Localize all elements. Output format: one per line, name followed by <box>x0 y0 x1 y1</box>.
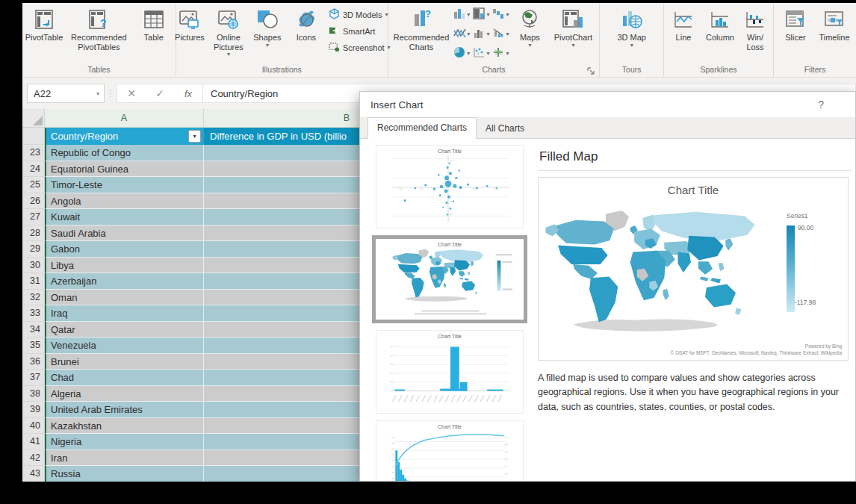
row-number[interactable]: 35 <box>22 337 45 354</box>
table-button[interactable]: Table <box>135 4 173 45</box>
thumbnail-histogram[interactable]: Chart Title <box>376 330 524 414</box>
column-chart-button[interactable]: ▾ <box>453 7 471 23</box>
row-number[interactable]: 27 <box>22 209 45 225</box>
slicer-button[interactable]: Slicer <box>777 4 814 45</box>
name-box-caret-icon[interactable]: ▾ <box>96 90 104 97</box>
cell-country[interactable]: Azerbaijan <box>45 273 204 290</box>
cell-country[interactable]: Iran <box>45 450 204 467</box>
cell-country[interactable]: Timor-Leste <box>45 177 204 193</box>
row-number[interactable]: 42 <box>22 450 45 467</box>
thumbnail-filled-map[interactable]: Chart Title <box>372 235 527 323</box>
row-number[interactable]: 32 <box>22 290 45 306</box>
row-number[interactable]: 25 <box>22 177 45 193</box>
thumbnail-pareto[interactable]: Chart Title <box>376 420 524 482</box>
sparkline-column-button[interactable]: Column <box>701 4 739 45</box>
3d-models-label: 3D Models <box>343 10 382 19</box>
row-number[interactable]: 34 <box>22 322 45 338</box>
row-number[interactable]: 30 <box>22 258 45 274</box>
filter-dropdown-icon[interactable]: ▾ <box>188 130 201 143</box>
row-number[interactable]: 40 <box>22 418 45 435</box>
row-number[interactable]: 29 <box>22 241 45 258</box>
shapes-button[interactable]: Shapes ▾ <box>249 4 286 51</box>
waterfall-chart-button[interactable]: ▾ <box>491 7 509 23</box>
smartart-button[interactable]: SmartArt <box>326 24 393 38</box>
sparkline-winloss-button[interactable]: Win/ Loss <box>740 4 770 54</box>
tab-all-charts[interactable]: All Charts <box>477 119 533 139</box>
filled-map-thumbnail-chart <box>376 239 524 320</box>
cell-country[interactable]: Qatar <box>45 322 204 338</box>
cell-country[interactable]: Republic of Congo <box>45 145 204 161</box>
3d-models-button[interactable]: 3D Models ▾ <box>326 7 393 22</box>
cell-country[interactable]: Kuwait <box>45 209 204 225</box>
smartart-icon <box>329 25 340 37</box>
help-icon[interactable]: ? <box>818 99 824 111</box>
insert-function-button[interactable]: fx <box>174 88 202 99</box>
row-number[interactable]: 43 <box>22 466 45 482</box>
thumbnail-scatter[interactable]: Chart Title <box>376 145 524 228</box>
line-chart-button[interactable]: ▾ <box>453 26 471 43</box>
3d-map-button[interactable]: 3D Map ▾ <box>613 4 651 51</box>
cell-country[interactable]: Chad <box>45 370 204 386</box>
recommended-pivottables-icon: ? <box>87 7 110 32</box>
row-number[interactable]: 23 <box>22 145 45 161</box>
cell-country[interactable]: Algeria <box>45 386 204 402</box>
cell-country[interactable]: Nigeria <box>45 434 204 450</box>
column-header-a[interactable]: A <box>45 109 204 128</box>
online-pictures-button[interactable]: Online Pictures ▾ <box>210 4 247 60</box>
pivotchart-button[interactable]: PivotChart ▾ <box>550 4 596 51</box>
3d-map-label: 3D Map <box>617 33 646 43</box>
cell-country[interactable]: United Arab Emirates <box>45 402 204 418</box>
scatter-chart-button[interactable]: ▾ <box>472 46 490 62</box>
pie-chart-button[interactable]: ▾ <box>453 46 471 62</box>
sparkline-line-button[interactable]: Line <box>667 4 700 45</box>
formula-bar-grip-icon[interactable]: ⋮ <box>105 88 117 99</box>
stock-chart-caret: ▾ <box>506 31 509 37</box>
row-number[interactable]: 36 <box>22 354 45 370</box>
cell-country[interactable]: Brunei <box>45 354 204 370</box>
row-number[interactable]: 37 <box>22 370 45 386</box>
dialog-titlebar[interactable]: Insert Chart ? <box>360 92 855 117</box>
stock-chart-button[interactable]: ▾ <box>491 26 509 43</box>
table-header-row-number[interactable] <box>22 128 45 145</box>
cell-country[interactable]: Saudi Arabia <box>45 225 204 242</box>
recommended-charts-button[interactable]: ? Recommended Charts <box>391 4 452 54</box>
row-number[interactable]: 26 <box>22 193 45 210</box>
cell-country[interactable]: Gabon <box>45 241 204 258</box>
cell-country[interactable]: Oman <box>45 290 204 306</box>
maps-button[interactable]: Maps ▾ <box>511 4 548 51</box>
insert-chart-dialog: Insert Chart ? Recommended Charts All Ch… <box>359 91 856 482</box>
combo-chart-button[interactable]: ▾ <box>491 46 509 62</box>
screenshot-button[interactable]: Screenshot ▾ <box>326 40 393 55</box>
cell-country[interactable]: Equatorial Guinea <box>45 161 204 178</box>
name-box[interactable]: A22 ▾ <box>27 84 105 103</box>
row-number[interactable]: 38 <box>22 386 45 402</box>
cell-country[interactable]: Libya <box>45 258 204 274</box>
table-header-country[interactable]: Country/Region ▾ <box>45 128 204 145</box>
pictures-button[interactable]: Pictures <box>171 4 208 45</box>
timeline-button[interactable]: Timeline <box>816 4 853 45</box>
row-number[interactable]: 24 <box>22 161 45 178</box>
bar-chart-button[interactable]: ▾ <box>472 26 490 43</box>
enter-button[interactable]: ✓ <box>146 87 174 99</box>
row-number[interactable]: 39 <box>22 402 45 418</box>
row-number[interactable]: 41 <box>22 434 45 450</box>
cell-country[interactable]: Russia <box>45 466 204 482</box>
cell-country[interactable]: Iraq <box>45 305 204 322</box>
row-number[interactable]: 33 <box>22 305 45 322</box>
tab-recommended-charts[interactable]: Recommended Charts <box>367 117 477 139</box>
select-all-corner[interactable] <box>22 109 45 128</box>
pivottable-button[interactable]: PivotTable <box>25 4 63 45</box>
cell-country[interactable]: Venezuela <box>45 337 204 354</box>
dialog-title: Insert Chart <box>370 99 424 111</box>
cell-country[interactable]: Angola <box>45 193 204 210</box>
icons-icon <box>294 7 318 32</box>
cancel-button[interactable]: ✕ <box>117 87 146 99</box>
row-number[interactable]: 28 <box>22 225 45 242</box>
icons-button[interactable]: Icons <box>288 4 325 45</box>
row-number[interactable]: 31 <box>22 273 45 290</box>
pictures-label: Pictures <box>175 33 205 43</box>
charts-dialog-launcher-icon[interactable] <box>586 65 597 75</box>
cell-country[interactable]: Kazakhstan <box>45 418 204 435</box>
recommended-pivottables-button[interactable]: ? Recommended PivotTables <box>64 4 134 54</box>
hierarchy-chart-button[interactable]: ▾ <box>472 7 490 23</box>
